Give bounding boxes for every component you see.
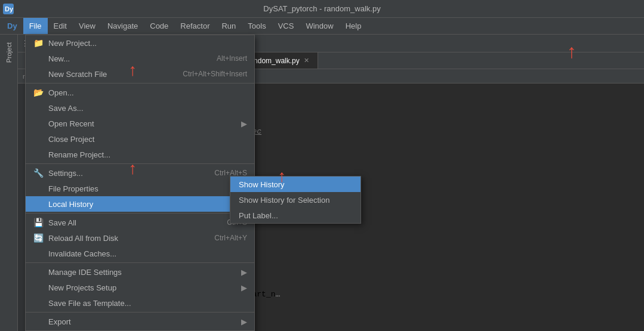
separator-4 [26, 262, 254, 263]
new-shortcut: Alt+Insert [217, 54, 247, 63]
manage-ide-arrow: ▶ [241, 268, 247, 277]
manage-ide-item[interactable]: Manage IDE Settings ▶ [26, 264, 254, 280]
settings-item[interactable]: 🔧 Settings... Ctrl+Alt+S [26, 165, 254, 181]
show-history-item[interactable]: Show History [230, 177, 360, 192]
menu-view[interactable]: View [73, 18, 101, 34]
tab-random-walk-close[interactable]: ✕ [303, 56, 310, 65]
local-history-submenu: Show History Show History for Selection … [230, 176, 361, 224]
rename-project-item[interactable]: Rename Project... [26, 147, 254, 162]
menu-run[interactable]: Run [215, 18, 242, 34]
local-history-item[interactable]: Local History ▶ [26, 196, 254, 212]
svg-text:Dy: Dy [5, 5, 14, 13]
reload-all-item[interactable]: 🔄 Reload All from Disk Ctrl+Alt+Y [26, 230, 254, 246]
put-label-item[interactable]: Put Label... [230, 208, 360, 223]
reload-shortcut: Ctrl+Alt+Y [214, 234, 247, 242]
export-arrow: ▶ [241, 317, 247, 326]
save-as-item[interactable]: Save As... [26, 100, 254, 116]
open-recent-item[interactable]: Open Recent ▶ [26, 116, 254, 131]
app-icon: Dy [2, 3, 14, 15]
separator-2 [26, 163, 254, 164]
export-item[interactable]: Export ▶ [26, 314, 254, 329]
menu-vcs[interactable]: VCS [272, 18, 300, 34]
menu-window[interactable]: Window [300, 18, 339, 34]
new-project-icon: 📁 [33, 38, 44, 48]
close-project-item[interactable]: Close Project [26, 131, 254, 147]
window-title: DySAT_pytorch - random_walk.py [263, 4, 380, 13]
projects-setup-arrow: ▶ [241, 283, 247, 292]
new-project-item[interactable]: 📁 New Project... [26, 35, 254, 51]
menu-help[interactable]: Help [340, 18, 368, 34]
menu-tools[interactable]: Tools [242, 18, 272, 34]
menu-edit[interactable]: Edit [48, 18, 73, 34]
save-file-template-item[interactable]: Save File as Template... [26, 295, 254, 311]
reload-icon: 🔄 [33, 233, 44, 243]
file-dropdown: 📁 New Project... New... Alt+Insert New S… [25, 35, 255, 331]
invalidate-caches-item[interactable]: Invalidate Caches... [26, 246, 254, 261]
save-all-item[interactable]: 💾 Save All Ctrl+S [26, 215, 254, 230]
menu-bar: Dy File Edit View Navigate Code Refactor… [0, 18, 644, 35]
new-item[interactable]: New... Alt+Insert [26, 51, 254, 66]
separator-3 [26, 213, 254, 214]
menu-navigate[interactable]: Navigate [101, 18, 144, 34]
menu-file[interactable]: File [23, 18, 48, 34]
recent-arrow: ▶ [241, 119, 247, 128]
menu-code[interactable]: Code [144, 18, 174, 34]
save-all-icon: 💾 [33, 218, 44, 227]
separator-5 [26, 312, 254, 313]
new-projects-setup-item[interactable]: New Projects Setup ▶ [26, 280, 254, 295]
menu-refactor[interactable]: Refactor [174, 18, 215, 34]
show-history-selection-item[interactable]: Show History for Selection [230, 192, 360, 208]
open-item[interactable]: 📂 Open... [26, 85, 254, 100]
title-bar: Dy DySAT_pytorch - random_walk.py [0, 0, 644, 18]
scratch-shortcut: Ctrl+Alt+Shift+Insert [183, 70, 247, 78]
menu-dysat[interactable]: Dy [1, 18, 23, 34]
separator-1 [26, 83, 254, 83]
left-sidebar: Project [0, 35, 18, 331]
main-layout: Project 📁 New Project... New... Alt+Inse… [0, 35, 644, 331]
settings-icon: 🔧 [33, 168, 44, 178]
open-icon: 📂 [33, 88, 44, 97]
title-bar-icons: Dy [0, 0, 14, 17]
sidebar-tab-project[interactable]: Project [3, 38, 15, 67]
file-properties-item[interactable]: File Properties ▶ [26, 181, 254, 196]
new-scratch-file-item[interactable]: New Scratch File Ctrl+Alt+Shift+Insert [26, 66, 254, 82]
